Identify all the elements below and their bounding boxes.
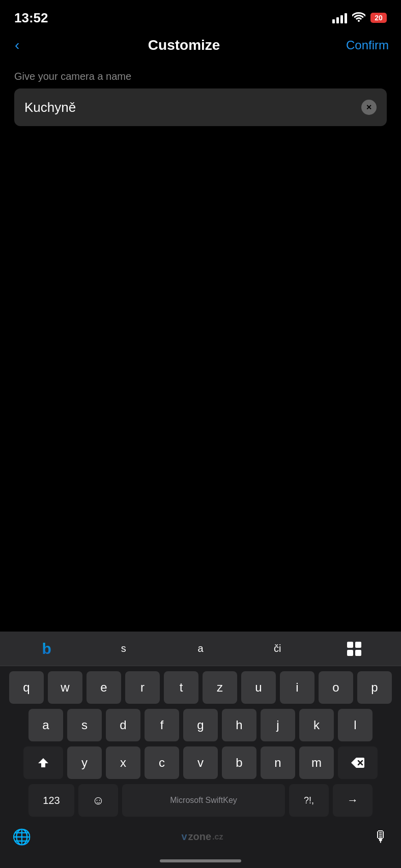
- keyboard-keys: q w e r t z u i o p a s d f g h j k l: [0, 666, 401, 824]
- key-k[interactable]: k: [299, 709, 334, 741]
- key-g[interactable]: g: [183, 709, 218, 741]
- key-y[interactable]: y: [67, 746, 102, 779]
- camera-name-input[interactable]: [24, 100, 361, 115]
- toolbar-s[interactable]: s: [85, 632, 162, 666]
- key-o[interactable]: o: [319, 671, 353, 704]
- return-button[interactable]: →: [333, 784, 373, 817]
- numbers-button[interactable]: 123: [28, 784, 74, 817]
- key-m[interactable]: m: [299, 746, 334, 779]
- microphone-button[interactable]: 🎙: [374, 828, 389, 846]
- grid-icon: [347, 642, 361, 656]
- bing-button[interactable]: b: [8, 632, 85, 666]
- content-area: Give your camera a name: [0, 62, 401, 126]
- key-e[interactable]: e: [87, 671, 121, 704]
- status-bar: 13:52 20: [0, 0, 401, 28]
- clear-input-button[interactable]: [361, 100, 377, 115]
- key-a[interactable]: a: [28, 709, 63, 741]
- key-v[interactable]: v: [183, 746, 218, 779]
- toolbar-s-label: s: [121, 643, 126, 654]
- key-b[interactable]: b: [222, 746, 256, 779]
- key-f[interactable]: f: [145, 709, 179, 741]
- key-q[interactable]: q: [9, 671, 44, 704]
- key-row-3: y x c v b n m: [3, 746, 398, 779]
- key-n[interactable]: n: [261, 746, 295, 779]
- watermark: v zone .cz: [181, 831, 223, 843]
- special-chars-button[interactable]: ?!,: [289, 784, 329, 817]
- status-time: 13:52: [14, 10, 48, 26]
- key-x[interactable]: x: [106, 746, 140, 779]
- wifi-icon: [352, 12, 365, 24]
- home-bar: [160, 859, 241, 862]
- toolbar-grid-button[interactable]: [316, 632, 393, 666]
- shift-button[interactable]: [23, 746, 63, 779]
- key-i[interactable]: i: [280, 671, 314, 704]
- keyboard-toolbar: b s a či: [0, 632, 401, 666]
- backspace-button[interactable]: [338, 746, 378, 779]
- key-row-4: 123 ☺ Microsoft SwiftKey ?!, →: [3, 784, 398, 817]
- key-r[interactable]: r: [125, 671, 160, 704]
- key-d[interactable]: d: [106, 709, 140, 741]
- key-c[interactable]: c: [145, 746, 179, 779]
- status-icons: 20: [332, 12, 387, 24]
- key-p[interactable]: p: [357, 671, 392, 704]
- field-label: Give your camera a name: [14, 71, 387, 82]
- key-s[interactable]: s: [67, 709, 102, 741]
- home-indicator: [0, 854, 401, 868]
- key-z[interactable]: z: [203, 671, 237, 704]
- keyboard-area: b s a či q w e r t z u: [0, 632, 401, 868]
- toolbar-a[interactable]: a: [162, 632, 239, 666]
- key-j[interactable]: j: [261, 709, 295, 741]
- confirm-button[interactable]: Confirm: [346, 38, 389, 52]
- watermark-cz: .cz: [212, 832, 223, 842]
- globe-button[interactable]: 🌐: [12, 828, 31, 846]
- toolbar-ci-label: či: [274, 643, 281, 654]
- back-button[interactable]: ‹: [12, 35, 22, 56]
- key-w[interactable]: w: [48, 671, 82, 704]
- bing-icon: b: [42, 640, 51, 657]
- watermark-zone: zone: [188, 831, 212, 843]
- key-row-2: a s d f g h j k l: [3, 709, 398, 741]
- key-t[interactable]: t: [164, 671, 198, 704]
- keyboard-bottom: 🌐 v zone .cz 🎙: [0, 824, 401, 854]
- page-title: Customize: [148, 37, 220, 53]
- space-button[interactable]: Microsoft SwiftKey: [122, 784, 285, 817]
- watermark-v: v: [181, 831, 187, 843]
- key-row-1: q w e r t z u i o p: [3, 671, 398, 704]
- toolbar-a-label: a: [197, 643, 203, 654]
- battery-badge: 20: [370, 13, 387, 23]
- key-h[interactable]: h: [222, 709, 256, 741]
- key-l[interactable]: l: [338, 709, 373, 741]
- nav-bar: ‹ Customize Confirm: [0, 28, 401, 62]
- signal-icon: [332, 12, 347, 23]
- toolbar-ci[interactable]: či: [239, 632, 316, 666]
- emoji-button[interactable]: ☺: [78, 784, 118, 817]
- key-u[interactable]: u: [241, 671, 276, 704]
- camera-name-input-container[interactable]: [14, 88, 387, 126]
